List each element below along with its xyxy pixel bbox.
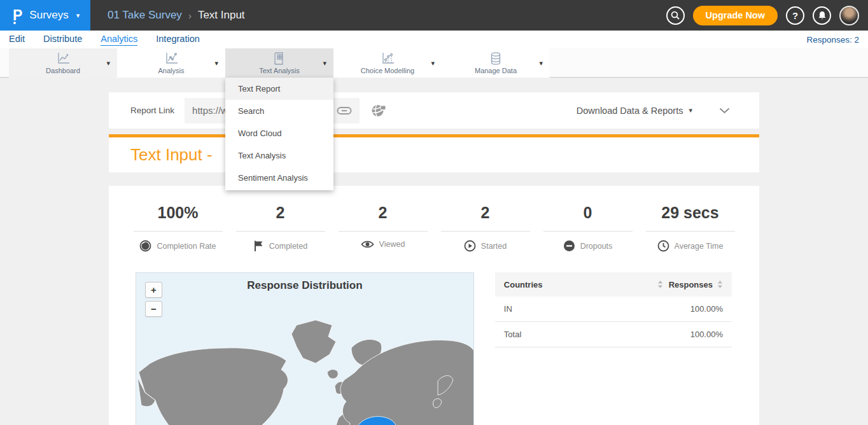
dashboard-card: 100% Completion Rate 2 Completed 2 [109,186,759,425]
chevron-down-icon: ▾ [539,59,543,67]
table-row: IN 100.00% [495,296,732,322]
report-link-label: Report Link [130,106,174,115]
stat-average-time: 29 secs Average Time [639,204,741,252]
analytics-toolbar: Dashboard ▾ Analysis ▾ Text Analysis ▾ C… [0,48,868,78]
map-title: Response Distribution [136,279,473,292]
dashboard-chart-icon [55,51,71,66]
help-button[interactable]: ? [786,6,804,25]
column-header-responses[interactable]: Responses [663,280,723,289]
sort-icon[interactable] [657,280,663,289]
link-icon[interactable] [337,106,352,115]
avatar[interactable] [839,6,859,25]
breadcrumb-separator-icon: › [188,10,192,21]
menu-item-search[interactable]: Search [225,100,333,122]
eye-icon [361,240,374,249]
report-link-bar: Report Link https://ww Download Data & R… [109,92,759,129]
chevron-down-icon: ▾ [689,106,692,115]
top-header: P Surveys ▾ 01 Take Survey › Text Input … [0,0,868,31]
table-header: Countries Responses [495,272,732,296]
database-icon [487,51,504,66]
countries-table: Countries Responses IN 100.00% Total 100… [495,272,732,425]
menu-item-text-analysis[interactable]: Text Analysis [225,144,333,167]
chevron-down-icon [719,108,730,114]
stat-completion-rate: 100% Completion Rate [127,204,229,252]
surveys-menu[interactable]: P Surveys ▾ [0,0,90,31]
nav-item-analytics[interactable]: Analytics [101,34,137,46]
survey-nav: Edit Distribute Analytics Integration Re… [0,31,868,48]
upgrade-now-button[interactable]: Upgrade Now [693,6,778,25]
search-button[interactable] [666,6,685,25]
map-continent-north-america [137,348,288,425]
stat-started: 2 Started [434,204,536,252]
collapse-panel-button[interactable] [719,108,730,114]
stats-row: 100% Completion Rate 2 Completed 2 [109,204,759,252]
response-percent: 100.00% [672,304,723,314]
breadcrumb-current: Text Input [198,9,245,22]
page-title: Text Input - [130,145,213,165]
chevron-down-icon: ▾ [431,59,435,67]
visualization-row: Response Distribution + − [109,272,759,425]
play-circle-icon [464,240,476,252]
search-icon [671,11,680,20]
total-percent: 100.00% [672,330,723,339]
nav-item-integration[interactable]: Integration [156,34,200,45]
menu-item-sentiment-analysis[interactable]: Sentiment Analysis [225,167,333,189]
tab-dashboard[interactable]: Dashboard ▾ [9,48,117,78]
minus-circle-icon [563,240,575,252]
country-code: IN [504,304,672,314]
tab-choice-modelling[interactable]: Choice Modelling ▾ [333,48,442,78]
total-label: Total [504,330,672,339]
header-actions: Upgrade Now ? [666,6,868,25]
tab-manage-data[interactable]: Manage Data ▾ [442,48,550,78]
chevron-down-icon: ▾ [106,59,110,67]
completion-rate-icon [139,240,151,252]
nav-item-distribute[interactable]: Distribute [43,34,82,45]
nav-item-edit[interactable]: Edit [9,34,25,45]
download-data-reports-button[interactable]: Download Data & Reports ▾ [577,106,692,116]
sort-icon[interactable] [717,280,723,289]
tab-text-analysis[interactable]: Text Analysis ▾ [225,48,333,78]
stat-dropouts: 0 Dropouts [536,204,639,252]
breadcrumb-survey-link[interactable]: 01 Take Survey [108,9,182,22]
text-report-icon [271,51,288,66]
zoom-in-button[interactable]: + [145,282,162,298]
menu-item-text-report[interactable]: Text Report [225,78,333,100]
notifications-button[interactable] [813,6,831,25]
chevron-down-icon: ▾ [214,59,218,67]
clock-icon [657,240,669,252]
text-analysis-dropdown: Text Report Search Word Cloud Text Analy… [225,78,333,190]
flag-icon [253,240,264,252]
world-map[interactable] [136,311,474,425]
analysis-chart-icon [163,51,179,66]
stat-viewed: 2 Viewed [332,204,434,252]
globe-lock-button[interactable] [371,104,386,118]
map-continent-greenland [291,320,336,363]
tab-analysis[interactable]: Analysis ▾ [117,48,225,78]
chevron-down-icon: ▾ [76,11,80,20]
choice-modelling-icon [379,51,396,66]
responses-count: Responses: 2 [806,35,859,45]
menu-item-word-cloud[interactable]: Word Cloud [225,122,333,144]
question-title-block: Text Input - [109,134,759,172]
chevron-down-icon: ▾ [323,59,326,67]
table-row-total: Total 100.00% [495,322,732,347]
breadcrumb: 01 Take Survey › Text Input [108,9,245,22]
globe-lock-icon [371,104,386,118]
response-distribution-map[interactable]: Response Distribution + − [136,272,474,425]
stat-completed: 2 Completed [229,204,332,252]
product-name: Surveys [29,9,68,22]
questionpro-logo-icon: P [13,8,22,23]
content-area: Report Link https://ww Download Data & R… [0,92,868,425]
column-header-countries[interactable]: Countries [504,280,663,289]
bell-icon [818,11,827,20]
